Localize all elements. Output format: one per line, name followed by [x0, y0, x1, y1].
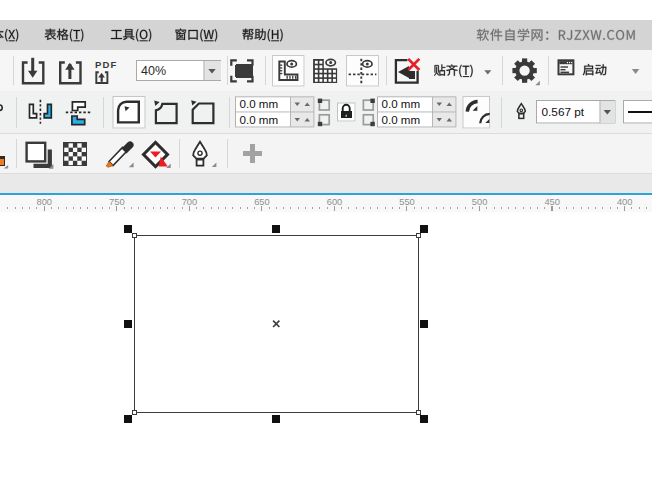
svg-text:0.0 mm: 0.0 mm: [240, 97, 279, 110]
svg-text:0.567 pt: 0.567 pt: [542, 105, 585, 119]
svg-text:0.0 mm: 0.0 mm: [382, 113, 421, 126]
svg-text:PDF: PDF: [95, 59, 118, 70]
svg-text:0.0 mm: 0.0 mm: [382, 97, 421, 110]
svg-text:0.0 mm: 0.0 mm: [240, 113, 279, 126]
svg-text:40%: 40%: [141, 64, 166, 78]
